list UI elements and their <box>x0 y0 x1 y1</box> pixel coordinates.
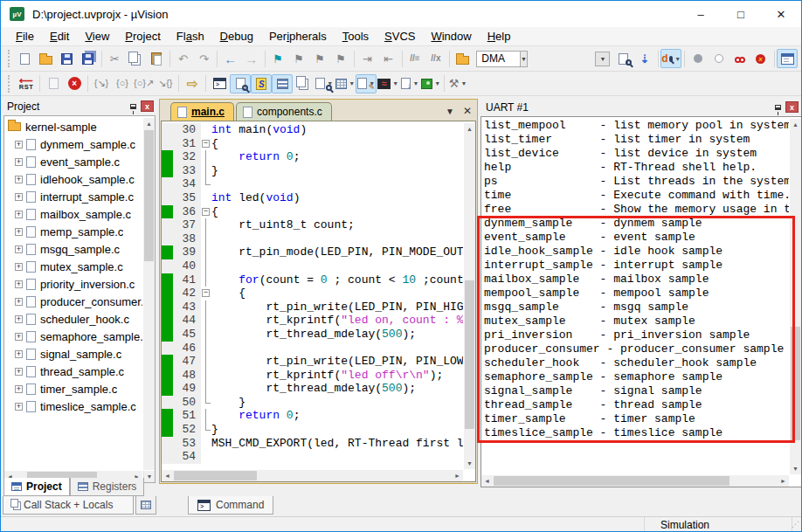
dropdown-arrow-icon[interactable]: ▼ <box>392 80 398 86</box>
menu-tools[interactable]: Tools <box>335 28 377 45</box>
code-line[interactable]: 47 rt_pin_write(LED_PIN, PIN_LOW); <box>162 355 463 369</box>
scroll-up-button[interactable]: ▲ <box>464 123 475 135</box>
close-panel-button[interactable]: x <box>785 101 799 113</box>
navigate-back-button[interactable]: ← <box>220 49 241 68</box>
minimize-button[interactable]: – <box>681 1 721 27</box>
code-line[interactable]: 31−{ <box>162 137 463 151</box>
enable-breakpoint-button[interactable] <box>709 49 729 68</box>
expand-icon[interactable]: + <box>15 211 23 218</box>
expand-icon[interactable]: + <box>15 158 23 166</box>
scroll-up-button[interactable]: ▲ <box>143 118 155 129</box>
comment-button[interactable]: //≡ <box>404 49 425 68</box>
fold-toggle[interactable]: − <box>202 140 210 148</box>
serial-windows-button[interactable]: ✎▼ <box>356 74 377 93</box>
disassembly-window-button[interactable] <box>230 74 251 93</box>
tree-item[interactable]: +producer_consumer.c <box>4 293 142 310</box>
scrollbar-thumb[interactable] <box>174 471 257 480</box>
code-line[interactable]: 43 rt_pin_write(LED_PIN, PIN_HIGH); <box>162 301 463 314</box>
code-line[interactable]: 35int led(void) <box>162 191 463 205</box>
code-line[interactable]: 39 rt_pin_mode(LED_PIN, PIN_MODE_OUTPUT)… <box>162 245 463 259</box>
expand-icon[interactable]: + <box>15 176 23 183</box>
code-line[interactable]: 32 return 0; <box>162 150 463 164</box>
project-vertical-scrollbar[interactable]: ▲ <box>143 118 155 470</box>
command-window-button[interactable] <box>209 74 230 93</box>
resize-grip[interactable]: ⋰ <box>792 520 799 529</box>
scrollbar-thumb[interactable] <box>144 130 154 261</box>
uart-vertical-scrollbar[interactable]: ▲ ▼ <box>790 119 801 474</box>
insert-bookmark-button[interactable]: ⚑ <box>267 49 288 68</box>
expand-icon[interactable]: + <box>15 245 23 253</box>
tree-item[interactable]: +scheduler_hook.c <box>4 310 142 328</box>
menu-svcs[interactable]: SVCS <box>377 28 423 45</box>
debug-lookup-button[interactable]: d▼ <box>660 49 681 68</box>
code-line[interactable]: 46 <box>162 342 463 356</box>
code-editor[interactable]: 30int main(void)31−{32 return 0;33}3435i… <box>161 121 476 482</box>
code-line[interactable]: 34 <box>162 177 463 191</box>
scrollbar-thumb[interactable] <box>791 327 800 440</box>
uart-terminal[interactable]: list_mempool - list memory pool in syste… <box>481 116 802 487</box>
next-bookmark-button[interactable]: ⚑ <box>309 49 330 68</box>
search-combo[interactable]: DMA <box>476 51 521 67</box>
incremental-find-button[interactable]: ⇣ <box>634 49 655 68</box>
menu-help[interactable]: Help <box>480 28 519 45</box>
symbol-window-button[interactable]: ↓▼ <box>399 74 420 93</box>
tree-item[interactable]: +idlehook_sample.c <box>4 170 142 188</box>
scroll-right-button[interactable]: ► <box>452 470 463 481</box>
tab-components-c[interactable]: components.c <box>236 102 332 121</box>
new-file-button[interactable] <box>15 49 36 68</box>
dropdown-arrow-icon[interactable]: ▼ <box>461 80 467 86</box>
toolbar-grip[interactable] <box>8 75 11 93</box>
scroll-down-button[interactable]: ▼ <box>790 463 801 474</box>
close-document-icon[interactable]: ✕ <box>463 105 472 117</box>
find-in-files-button[interactable] <box>452 49 473 68</box>
pin-icon[interactable] <box>130 104 136 109</box>
memory-window-button[interactable]: ▼ <box>335 74 356 93</box>
menu-peripherals[interactable]: Peripherals <box>261 28 335 45</box>
debug-tools-button[interactable]: ⚒▼ <box>447 74 468 93</box>
expand-icon[interactable]: + <box>15 141 23 149</box>
insert-breakpoint-button[interactable] <box>688 49 709 68</box>
code-line[interactable]: 38 <box>162 232 463 246</box>
maximize-button[interactable]: □ <box>721 1 761 27</box>
code-line[interactable]: 52} <box>162 423 463 437</box>
stop-button[interactable]: × <box>64 74 85 93</box>
expand-icon[interactable]: + <box>15 385 23 393</box>
scroll-up-button[interactable]: ▲ <box>790 119 801 130</box>
indent-button[interactable]: ⇥ <box>357 49 378 68</box>
tree-item[interactable]: +signal_sample.c <box>4 345 142 363</box>
logic-analyzer-button[interactable]: ≈▼ <box>377 74 399 93</box>
tab-command[interactable]: Command <box>188 496 273 515</box>
tree-item[interactable]: +event_sample.c <box>4 153 142 170</box>
run-to-line-button[interactable]: ↘{} <box>155 74 176 93</box>
code-line[interactable]: 53MSH_CMD_EXPORT(led, RT-Thread first le… <box>162 437 463 451</box>
uart-horizontal-scrollbar[interactable]: ◄ ► <box>481 475 789 487</box>
expand-icon[interactable]: + <box>15 350 23 358</box>
tree-item[interactable]: +timeslice_sample.c <box>4 397 142 415</box>
configure-target-button[interactable] <box>777 49 798 68</box>
menu-debug[interactable]: Debug <box>212 28 261 45</box>
clear-bookmarks-button[interactable]: ⚑ <box>330 49 351 68</box>
tree-item[interactable]: +mutex_sample.c <box>4 258 142 275</box>
call-stack-window-button[interactable] <box>293 74 314 93</box>
tree-item[interactable]: +thread_sample.c <box>4 363 142 380</box>
redo-button[interactable]: ↷ <box>193 49 214 68</box>
menu-flash[interactable]: Flash <box>169 28 212 45</box>
code-line[interactable]: 33} <box>162 164 463 178</box>
scroll-down-button[interactable]: ▼ <box>143 471 155 482</box>
toolbar-grip[interactable] <box>8 50 10 67</box>
save-all-button[interactable] <box>78 49 99 68</box>
system-viewer-button[interactable]: ▼ <box>420 74 441 93</box>
serial-window-button[interactable]: S <box>251 74 272 93</box>
tree-item[interactable]: +msgq_sample.c <box>4 240 142 258</box>
scrollbar-thumb[interactable] <box>465 280 474 429</box>
uncomment-button[interactable]: //x <box>425 49 446 68</box>
tree-item[interactable]: +interrupt_sample.c <box>4 188 142 205</box>
open-file-button[interactable] <box>36 49 57 68</box>
dropdown-arrow-icon[interactable]: ▼ <box>434 80 440 86</box>
scroll-left-button[interactable]: ◄ <box>481 475 493 487</box>
reset-cpu-button[interactable]: ⟵RST <box>16 74 37 93</box>
tree-item[interactable]: +priority_inversion.c <box>4 275 142 293</box>
code-line[interactable]: 48 rt_kprintf("led off\r\n"); <box>162 369 463 383</box>
menu-window[interactable]: Window <box>423 28 479 45</box>
code-line[interactable]: 30int main(void) <box>162 123 463 137</box>
